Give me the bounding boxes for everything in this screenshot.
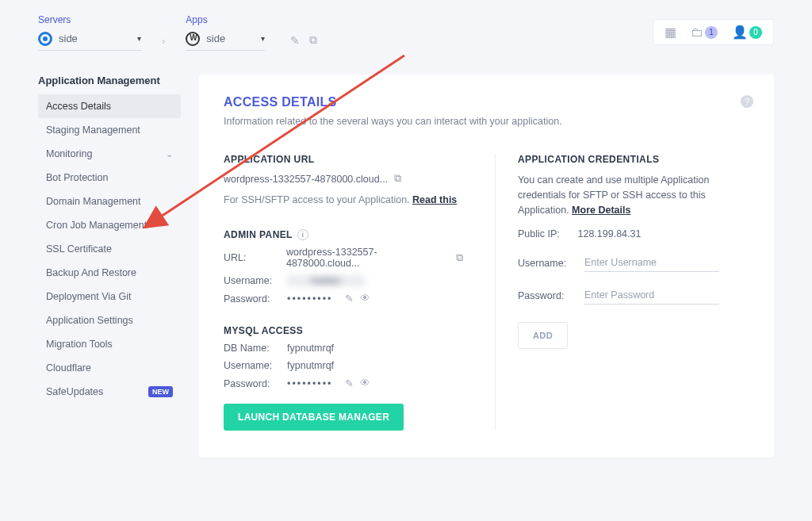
chevron-down-icon: ⌄ bbox=[166, 149, 173, 159]
admin-url-value: wordpress-1332557-4878000.cloud... bbox=[286, 247, 448, 269]
apps-crumb: Apps side ▾ bbox=[186, 14, 265, 51]
grid-icon[interactable]: ▦ bbox=[665, 25, 676, 40]
admin-pass-label: Password: bbox=[224, 293, 279, 305]
server-selected: side bbox=[59, 33, 78, 44]
mysql-db-label: DB Name: bbox=[224, 343, 279, 354]
user-icon[interactable]: 👤0 bbox=[732, 25, 762, 40]
apps-label: Apps bbox=[186, 14, 265, 25]
wordpress-icon bbox=[186, 32, 200, 46]
sidebar-item-domain-management[interactable]: Domain Management bbox=[38, 190, 181, 213]
credentials-heading: APPLICATION CREDENTIALS bbox=[518, 154, 749, 165]
application-url-heading: APPLICATION URL bbox=[224, 154, 463, 165]
sidebar: Application Management Access Details St… bbox=[38, 75, 181, 458]
application-url-value: wordpress-1332557-4878000.cloud... bbox=[224, 174, 388, 185]
top-toolbar: ▦ 🗀1 👤0 bbox=[653, 19, 774, 45]
credentials-description: You can create and use multiple Applicat… bbox=[518, 173, 749, 217]
digitalocean-icon bbox=[38, 32, 52, 46]
mysql-db-value: fypnutmrqf bbox=[287, 343, 334, 354]
left-column: APPLICATION URL wordpress-1332557-487800… bbox=[224, 154, 463, 431]
cred-password-label: Password: bbox=[518, 290, 584, 301]
admin-url-label: URL: bbox=[224, 252, 278, 263]
app-actions: ✎ ⧉ bbox=[290, 33, 317, 47]
folder-badge: 1 bbox=[705, 26, 718, 39]
sidebar-item-git[interactable]: Deployment Via Git bbox=[38, 285, 181, 308]
application-url-hint: For SSH/SFTP access to your Application.… bbox=[224, 194, 463, 205]
eye-icon[interactable]: 👁 bbox=[360, 293, 370, 305]
admin-panel-heading: ADMIN PANELi bbox=[224, 229, 463, 240]
sidebar-item-safeupdates[interactable]: SafeUpdatesNEW bbox=[38, 380, 181, 404]
caret-down-icon: ▾ bbox=[261, 34, 265, 43]
cred-password-input[interactable] bbox=[584, 286, 719, 305]
cred-username-label: Username: bbox=[518, 258, 584, 269]
chevron-right-icon: › bbox=[162, 35, 165, 47]
mysql-user-label: Username: bbox=[224, 360, 279, 371]
mysql-pass-label: Password: bbox=[224, 378, 279, 389]
folder-icon[interactable]: 🗀1 bbox=[691, 25, 718, 40]
access-details-card: ACCESS DETAILS Information related to th… bbox=[198, 75, 774, 458]
server-select[interactable]: side ▾ bbox=[38, 29, 141, 51]
app-selected: side bbox=[206, 33, 225, 44]
sidebar-item-staging[interactable]: Staging Management bbox=[38, 118, 181, 142]
public-ip-label: Public IP: bbox=[518, 228, 575, 239]
sidebar-item-backup[interactable]: Backup And Restore bbox=[38, 261, 181, 285]
cred-username-input[interactable] bbox=[584, 254, 719, 272]
mysql-pass-value: ••••••••• bbox=[287, 378, 332, 389]
admin-user-label: Username: bbox=[224, 275, 279, 286]
external-link-icon[interactable]: ⧉ bbox=[309, 33, 317, 47]
sidebar-item-migration[interactable]: Migration Tools bbox=[38, 332, 181, 356]
pencil-icon[interactable]: ✎ bbox=[345, 377, 354, 389]
admin-pass-value: ••••••••• bbox=[287, 293, 332, 305]
sidebar-item-bot-protection[interactable]: Bot Protection bbox=[38, 166, 181, 190]
page-title: ACCESS DETAILS bbox=[224, 95, 749, 109]
page-subtitle: Information related to the several ways … bbox=[224, 116, 749, 127]
more-details-link[interactable]: More Details bbox=[572, 205, 630, 216]
public-ip-row: Public IP: 128.199.84.31 bbox=[518, 228, 749, 239]
right-column: APPLICATION CREDENTIALS You can create a… bbox=[495, 154, 749, 431]
servers-label: Servers bbox=[38, 14, 141, 25]
sidebar-item-monitoring[interactable]: Monitoring⌄ bbox=[38, 142, 181, 166]
sidebar-item-ssl[interactable]: SSL Certificate bbox=[38, 237, 181, 261]
new-badge: NEW bbox=[148, 386, 173, 397]
eye-icon[interactable]: 👁 bbox=[360, 377, 370, 389]
admin-user-value: hidden bbox=[287, 275, 365, 286]
breadcrumb-row: Servers side ▾ › Apps side ▾ ✎ ⧉ ▦ 🗀1 👤0 bbox=[0, 0, 812, 51]
sidebar-item-app-settings[interactable]: Application Settings bbox=[38, 308, 181, 332]
pencil-icon[interactable]: ✎ bbox=[290, 34, 300, 47]
public-ip-value: 128.199.84.31 bbox=[577, 228, 641, 239]
mysql-user-value: fypnutmrqf bbox=[287, 360, 334, 371]
info-icon[interactable]: i bbox=[297, 229, 308, 240]
sidebar-item-cloudflare[interactable]: Cloudflare bbox=[38, 356, 181, 380]
external-link-icon[interactable]: ⧉ bbox=[394, 173, 401, 185]
external-link-icon[interactable]: ⧉ bbox=[456, 252, 463, 264]
caret-down-icon: ▾ bbox=[137, 34, 141, 43]
sidebar-item-cron[interactable]: Cron Job Management bbox=[38, 213, 181, 237]
user-badge: 0 bbox=[749, 26, 762, 39]
app-select[interactable]: side ▾ bbox=[186, 29, 265, 51]
add-button[interactable]: ADD bbox=[518, 322, 568, 349]
sidebar-item-access-details[interactable]: Access Details bbox=[38, 94, 181, 118]
help-icon[interactable]: ? bbox=[741, 95, 753, 108]
pencil-icon[interactable]: ✎ bbox=[345, 293, 354, 305]
sidebar-heading: Application Management bbox=[38, 75, 181, 86]
launch-db-manager-button[interactable]: LAUNCH DATABASE MANAGER bbox=[224, 404, 404, 431]
servers-crumb: Servers side ▾ bbox=[38, 14, 141, 51]
mysql-heading: MYSQL ACCESS bbox=[224, 325, 463, 336]
read-this-link[interactable]: Read this bbox=[412, 194, 457, 205]
